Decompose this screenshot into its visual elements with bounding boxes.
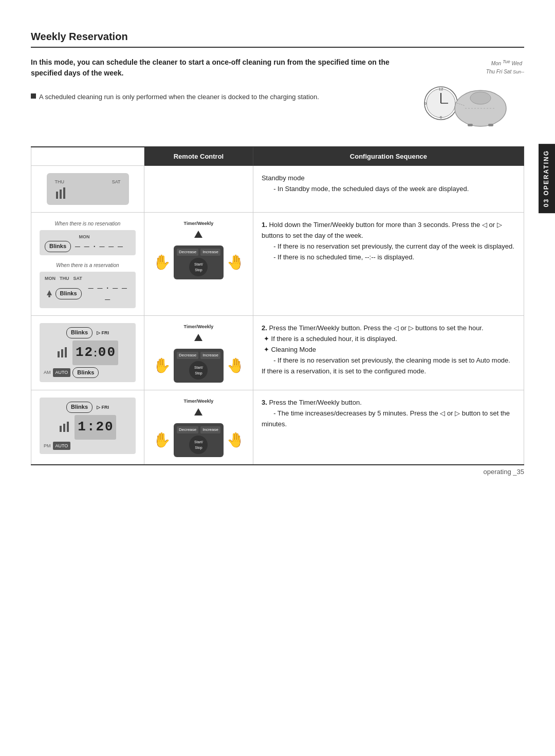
mon-label-no-res: MON bbox=[45, 233, 124, 240]
with-res-sat: SAT bbox=[73, 275, 82, 282]
signal-icon bbox=[55, 187, 70, 200]
blinks-label-4: Blinks bbox=[72, 367, 99, 379]
step1-display-cell: When there is no reservation MON Blinks … bbox=[31, 213, 144, 316]
step1-remote-diagram: Timer/Weekly 🤚 Decrease bbox=[153, 220, 245, 279]
intro-bold: In this mode, you can schedule the clean… bbox=[31, 57, 411, 79]
step2-config: 2. Press the Timer/Weekly button. Press … bbox=[262, 323, 515, 376]
step2-cross1: ✦ If there is a scheduled hour, it is di… bbox=[262, 335, 397, 343]
col-config-header: Configuration Sequence bbox=[253, 147, 524, 166]
step1-remote-cell: Timer/Weekly 🤚 Decrease bbox=[144, 213, 253, 316]
svg-text:12: 12 bbox=[439, 87, 443, 91]
day-label-sat: Sat bbox=[504, 69, 511, 74]
triangle-up-area bbox=[194, 231, 202, 241]
svg-rect-23 bbox=[63, 424, 65, 432]
standby-icons bbox=[55, 187, 121, 200]
table-row: THU SAT bbox=[31, 166, 524, 213]
table-row: When there is no reservation MON Blinks … bbox=[31, 213, 524, 316]
step2-display-cell: Blinks ▷ FRI 1 bbox=[31, 316, 144, 390]
step1-config-cell: 1. Hold down the Timer/Weekly button for… bbox=[253, 213, 524, 316]
blinks-label-1: Blinks bbox=[45, 241, 71, 252]
standby-title: Standby mode bbox=[262, 174, 305, 182]
robot-svg: 12 3 6 9 bbox=[421, 67, 509, 129]
step1-dash2: - If there is no scheduled time, --:-- i… bbox=[262, 253, 414, 261]
step3-signal-row: 1 : 2 0 bbox=[44, 415, 132, 440]
step3-dash1: - The time increases/decreases by 5 minu… bbox=[262, 409, 510, 428]
step2-signal-row: 1 2 : 0 0 bbox=[44, 341, 132, 365]
day-labels: Mon Tue Wed Thu Fri Sat Sun-- bbox=[486, 58, 524, 76]
day-label-mon: Mon bbox=[491, 61, 501, 66]
svg-rect-24 bbox=[67, 422, 69, 432]
step3-seg-digit-1: 1 bbox=[78, 417, 86, 438]
step3-triangle-area bbox=[194, 408, 202, 419]
step3-remote-body: 🤚 Decrease Increase Start/Stop 🤚 bbox=[153, 423, 245, 458]
no-res-icons: Blinks ─ ─ · ─ ─ ─ bbox=[45, 241, 124, 252]
standby-remote-cell bbox=[144, 166, 253, 213]
step3-panel: Blinks ▷ FRI 1 bbox=[40, 398, 136, 454]
min-segment-display: 1 : 2 0 bbox=[75, 415, 116, 440]
step3-start-stop-btn: Start/Stop bbox=[189, 436, 208, 454]
with-res-icons: Blinks ─ ─ · ─ ─ ─ bbox=[45, 282, 131, 306]
start-stop-btn: Start/Stop bbox=[189, 258, 208, 276]
step3-seg-digit-2: : bbox=[87, 417, 95, 438]
bell-icon bbox=[45, 289, 53, 298]
standby-desc: - In Standby mode, the scheduled days of… bbox=[262, 185, 469, 193]
svg-rect-22 bbox=[60, 426, 62, 432]
robot-image: Mon Tue Wed Thu Fri Sat Sun-- 12 3 6 9 bbox=[421, 57, 524, 134]
bullet-text: A scheduled cleaning run is only perform… bbox=[39, 92, 319, 102]
step1-num: 1. bbox=[262, 221, 267, 229]
step3-di-row: Decrease Increase bbox=[177, 426, 220, 434]
with-reservation-label: When there is a reservation bbox=[40, 261, 136, 270]
standby-config: Standby mode - In Standby mode, the sche… bbox=[262, 173, 515, 195]
remote-center: Decrease Increase Start/Stop bbox=[174, 245, 224, 280]
blinks-label-5: Blinks bbox=[66, 402, 92, 413]
step3-seg-digit-3: 2 bbox=[96, 417, 104, 438]
no-res-display: MON Blinks ─ ─ · ─ ─ ─ bbox=[40, 230, 136, 255]
svg-rect-21 bbox=[65, 347, 67, 357]
standby-panel: THU SAT bbox=[47, 173, 129, 205]
step2-triangle-area bbox=[194, 334, 202, 345]
svg-rect-20 bbox=[61, 349, 63, 357]
svg-marker-17 bbox=[47, 290, 52, 295]
day-label-tue: Tue bbox=[503, 59, 510, 64]
svg-rect-18 bbox=[48, 295, 50, 297]
step3-bottom-row: PM AUTO bbox=[44, 442, 132, 450]
step2-remote-diagram: Timer/Weekly 🤚 Decrease Increase bbox=[153, 323, 245, 383]
hour-segment-display: 1 2 : 0 0 bbox=[72, 341, 118, 365]
step2-remote-cell: Timer/Weekly 🤚 Decrease Increase bbox=[144, 316, 253, 390]
seg-digit-1: 1 bbox=[76, 342, 84, 364]
step2-num: 2. bbox=[262, 324, 267, 332]
step3-remote-diagram: Timer/Weekly 🤚 Decrease Increase bbox=[153, 398, 245, 457]
fri-label-2: ▷ FRI bbox=[97, 404, 109, 411]
with-res-mon: MON bbox=[45, 275, 55, 282]
step3-increase-btn: Increase bbox=[200, 426, 220, 434]
bullet-item: A scheduled cleaning run is only perform… bbox=[31, 92, 411, 102]
step3-right-hand: 🤚 bbox=[227, 429, 245, 452]
step2-triangle-icon bbox=[194, 334, 202, 341]
sat-label: SAT bbox=[112, 178, 121, 185]
step2-remote-center: Decrease Increase Start/Stop bbox=[174, 349, 224, 383]
intro-text: In this mode, you can schedule the clean… bbox=[31, 57, 411, 102]
step2-start-stop-btn: Start/Stop bbox=[189, 361, 208, 380]
standby-label-row: THU SAT bbox=[55, 178, 121, 185]
seg-digit-3: 0 bbox=[98, 342, 106, 364]
no-reservation-group: When there is no reservation MON Blinks … bbox=[40, 220, 136, 255]
step3-blinks-fri-row: Blinks ▷ FRI bbox=[44, 402, 132, 413]
day-label-fri: Fri bbox=[496, 69, 503, 74]
step1-dash1: - If there is no reservation set previou… bbox=[262, 242, 514, 250]
right-hand-icon: 🤚 bbox=[227, 251, 245, 274]
dashes-no-res: ─ ─ · ─ ─ ─ bbox=[75, 241, 124, 252]
fri-label-1: ▷ FRI bbox=[97, 329, 109, 336]
page-number: operating _35 bbox=[483, 468, 524, 476]
blinks-fri-row: Blinks ▷ FRI bbox=[44, 327, 132, 338]
table-row: Blinks ▷ FRI 1 bbox=[31, 316, 524, 390]
table-row: Blinks ▷ FRI 1 bbox=[31, 390, 524, 465]
step2-config-cell: 2. Press the Timer/Weekly button. Press … bbox=[253, 316, 524, 390]
intro-block: In this mode, you can schedule the clean… bbox=[31, 57, 524, 134]
step3-left-hand: 🤚 bbox=[153, 429, 171, 452]
step3-triangle-icon bbox=[194, 408, 202, 415]
svg-rect-14 bbox=[56, 192, 58, 199]
timer-weekly-label-1: Timer/Weekly bbox=[184, 220, 214, 227]
main-table: Remote Control Configuration Sequence TH… bbox=[31, 146, 524, 465]
timer-weekly-label-2: Timer/Weekly bbox=[184, 323, 214, 330]
remote-body-row: 🤚 Decrease Increase Start/Stop 🤚 bbox=[153, 245, 245, 280]
